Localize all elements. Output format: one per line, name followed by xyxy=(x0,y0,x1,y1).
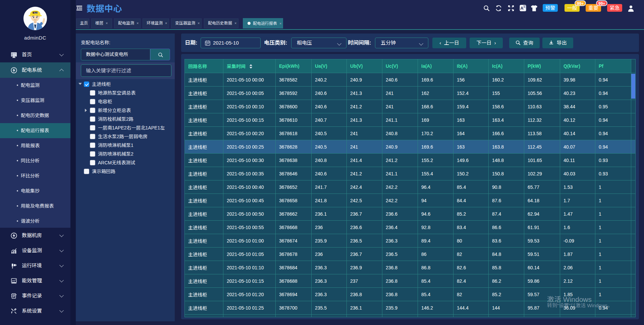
svg-text:Acrel: Acrel xyxy=(34,12,38,14)
svg-text:文: 文 xyxy=(523,5,526,8)
